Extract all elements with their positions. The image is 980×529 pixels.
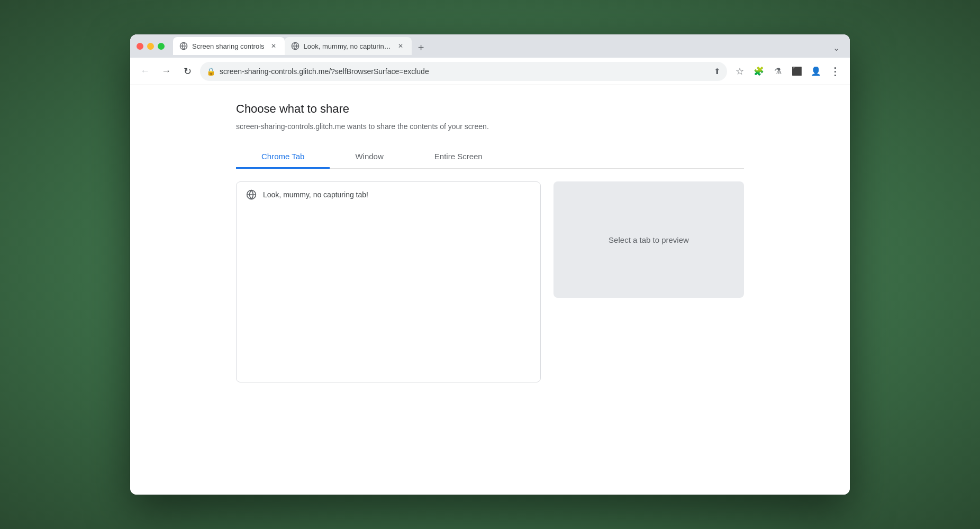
- share-tabs: Chrome Tab Window Entire Screen: [236, 145, 744, 169]
- back-icon: ←: [140, 66, 150, 77]
- window-label: Window: [355, 152, 383, 161]
- list-item-favicon-icon: [246, 189, 257, 200]
- back-button[interactable]: ←: [137, 63, 153, 80]
- tabs-container: Screen sharing controls ✕ Look, mummy, n…: [173, 37, 843, 55]
- tab-list: Look, mummy, no capturing tab!: [236, 181, 541, 382]
- dialog-subtitle: screen-sharing-controls.glitch.me wants …: [236, 122, 744, 131]
- list-item[interactable]: Look, mummy, no capturing tab!: [237, 182, 540, 207]
- bookmark-button[interactable]: ☆: [731, 63, 748, 80]
- tab2-close-button[interactable]: ✕: [396, 41, 405, 51]
- reload-icon: ↻: [184, 66, 192, 77]
- toolbar: ← → ↻ 🔒 screen-sharing-controls.glitch.m…: [130, 58, 850, 85]
- forward-button[interactable]: →: [158, 63, 175, 80]
- chrome-tab-label: Chrome Tab: [261, 152, 304, 161]
- menu-icon: ⋮: [830, 65, 840, 78]
- lock-icon: 🔒: [206, 67, 215, 76]
- preview-box: Select a tab to preview: [553, 181, 744, 298]
- lab-button[interactable]: ⚗: [769, 63, 786, 80]
- tab-window[interactable]: Window: [330, 145, 409, 169]
- tab-chrome-tab[interactable]: Chrome Tab: [236, 145, 330, 169]
- preview-placeholder: Select a tab to preview: [609, 235, 689, 244]
- traffic-lights: [137, 43, 165, 50]
- page-content: Choose what to share screen-sharing-cont…: [130, 85, 850, 495]
- maximize-button[interactable]: [158, 43, 165, 50]
- preview-panel: Select a tab to preview: [553, 181, 744, 382]
- tab2-favicon-icon: [291, 42, 300, 50]
- close-button[interactable]: [137, 43, 143, 50]
- tabs-dropdown-button[interactable]: ⌄: [829, 40, 843, 55]
- profile-icon: 👤: [811, 66, 821, 76]
- tab-entire-screen[interactable]: Entire Screen: [409, 145, 508, 169]
- tab1-close-button[interactable]: ✕: [269, 41, 278, 51]
- reload-button[interactable]: ↻: [179, 63, 196, 80]
- share-icon[interactable]: ⬆: [714, 67, 721, 76]
- forward-icon: →: [161, 66, 171, 77]
- minimize-button[interactable]: [147, 43, 154, 50]
- extensions-icon: 🧩: [754, 66, 764, 76]
- tab1-favicon-icon: [179, 42, 188, 50]
- tab-look-mummy[interactable]: Look, mummy, no capturing ta ✕: [285, 37, 412, 55]
- toolbar-actions: ☆ 🧩 ⚗ ⬛ 👤 ⋮: [731, 63, 843, 80]
- tab1-title: Screen sharing controls: [192, 42, 265, 50]
- sidebar-icon: ⬛: [792, 66, 802, 76]
- menu-button[interactable]: ⋮: [827, 63, 843, 80]
- new-tab-button[interactable]: +: [414, 40, 429, 55]
- bookmark-icon: ☆: [736, 66, 744, 77]
- tab2-title: Look, mummy, no capturing ta: [304, 42, 392, 50]
- lab-icon: ⚗: [774, 66, 782, 76]
- chevron-down-icon: ⌄: [833, 43, 840, 53]
- address-bar[interactable]: 🔒 screen-sharing-controls.glitch.me/?sel…: [200, 62, 727, 81]
- dialog-title: Choose what to share: [236, 102, 744, 116]
- share-content: Look, mummy, no capturing tab! Select a …: [236, 181, 744, 382]
- title-bar: Screen sharing controls ✕ Look, mummy, n…: [130, 34, 850, 58]
- address-text: screen-sharing-controls.glitch.me/?selfB…: [220, 67, 710, 76]
- dialog-container: Choose what to share screen-sharing-cont…: [236, 102, 744, 382]
- list-item-title: Look, mummy, no capturing tab!: [263, 190, 368, 199]
- extensions-button[interactable]: 🧩: [750, 63, 767, 80]
- sidebar-button[interactable]: ⬛: [788, 63, 805, 80]
- entire-screen-label: Entire Screen: [434, 152, 483, 161]
- tab-screen-sharing[interactable]: Screen sharing controls ✕: [173, 37, 285, 55]
- profile-button[interactable]: 👤: [807, 63, 824, 80]
- browser-window: Screen sharing controls ✕ Look, mummy, n…: [130, 34, 850, 495]
